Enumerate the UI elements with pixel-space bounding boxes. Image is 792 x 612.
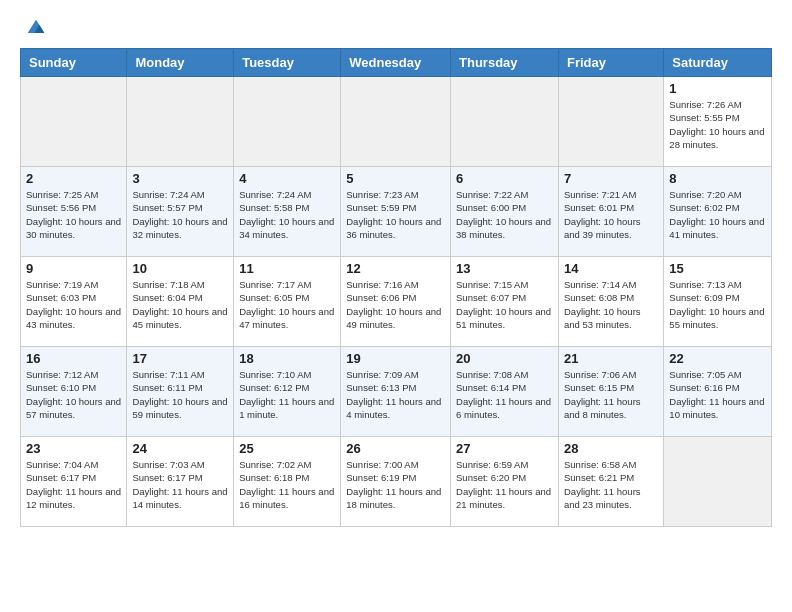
calendar-week-2: 9Sunrise: 7:19 AM Sunset: 6:03 PM Daylig…	[21, 257, 772, 347]
day-number: 8	[669, 171, 766, 186]
calendar-header: SundayMondayTuesdayWednesdayThursdayFrid…	[21, 49, 772, 77]
calendar-cell: 22Sunrise: 7:05 AM Sunset: 6:16 PM Dayli…	[664, 347, 772, 437]
day-info: Sunrise: 7:20 AM Sunset: 6:02 PM Dayligh…	[669, 188, 766, 241]
day-number: 15	[669, 261, 766, 276]
page: SundayMondayTuesdayWednesdayThursdayFrid…	[0, 0, 792, 537]
calendar-cell: 4Sunrise: 7:24 AM Sunset: 5:58 PM Daylig…	[234, 167, 341, 257]
calendar-cell: 21Sunrise: 7:06 AM Sunset: 6:15 PM Dayli…	[558, 347, 663, 437]
calendar-week-3: 16Sunrise: 7:12 AM Sunset: 6:10 PM Dayli…	[21, 347, 772, 437]
day-info: Sunrise: 7:26 AM Sunset: 5:55 PM Dayligh…	[669, 98, 766, 151]
calendar-cell: 7Sunrise: 7:21 AM Sunset: 6:01 PM Daylig…	[558, 167, 663, 257]
day-info: Sunrise: 6:58 AM Sunset: 6:21 PM Dayligh…	[564, 458, 658, 511]
day-info: Sunrise: 7:18 AM Sunset: 6:04 PM Dayligh…	[132, 278, 228, 331]
day-info: Sunrise: 7:11 AM Sunset: 6:11 PM Dayligh…	[132, 368, 228, 421]
day-info: Sunrise: 7:16 AM Sunset: 6:06 PM Dayligh…	[346, 278, 445, 331]
calendar-cell	[558, 77, 663, 167]
calendar-cell: 16Sunrise: 7:12 AM Sunset: 6:10 PM Dayli…	[21, 347, 127, 437]
calendar-table: SundayMondayTuesdayWednesdayThursdayFrid…	[20, 48, 772, 527]
weekday-header-tuesday: Tuesday	[234, 49, 341, 77]
calendar-cell: 25Sunrise: 7:02 AM Sunset: 6:18 PM Dayli…	[234, 437, 341, 527]
weekday-header-monday: Monday	[127, 49, 234, 77]
calendar-cell: 14Sunrise: 7:14 AM Sunset: 6:08 PM Dayli…	[558, 257, 663, 347]
calendar-wrapper: SundayMondayTuesdayWednesdayThursdayFrid…	[0, 48, 792, 537]
calendar-cell	[664, 437, 772, 527]
header	[0, 0, 792, 48]
day-info: Sunrise: 7:10 AM Sunset: 6:12 PM Dayligh…	[239, 368, 335, 421]
weekday-header-sunday: Sunday	[21, 49, 127, 77]
day-info: Sunrise: 7:04 AM Sunset: 6:17 PM Dayligh…	[26, 458, 121, 511]
weekday-header-wednesday: Wednesday	[341, 49, 451, 77]
day-info: Sunrise: 7:14 AM Sunset: 6:08 PM Dayligh…	[564, 278, 658, 331]
day-info: Sunrise: 7:19 AM Sunset: 6:03 PM Dayligh…	[26, 278, 121, 331]
day-number: 7	[564, 171, 658, 186]
day-info: Sunrise: 7:24 AM Sunset: 5:57 PM Dayligh…	[132, 188, 228, 241]
calendar-cell: 23Sunrise: 7:04 AM Sunset: 6:17 PM Dayli…	[21, 437, 127, 527]
calendar-week-0: 1Sunrise: 7:26 AM Sunset: 5:55 PM Daylig…	[21, 77, 772, 167]
day-info: Sunrise: 7:13 AM Sunset: 6:09 PM Dayligh…	[669, 278, 766, 331]
calendar-cell: 15Sunrise: 7:13 AM Sunset: 6:09 PM Dayli…	[664, 257, 772, 347]
calendar-cell	[451, 77, 559, 167]
day-info: Sunrise: 7:17 AM Sunset: 6:05 PM Dayligh…	[239, 278, 335, 331]
day-info: Sunrise: 7:24 AM Sunset: 5:58 PM Dayligh…	[239, 188, 335, 241]
day-number: 9	[26, 261, 121, 276]
day-info: Sunrise: 7:09 AM Sunset: 6:13 PM Dayligh…	[346, 368, 445, 421]
calendar-cell	[341, 77, 451, 167]
calendar-cell	[234, 77, 341, 167]
day-info: Sunrise: 6:59 AM Sunset: 6:20 PM Dayligh…	[456, 458, 553, 511]
day-number: 17	[132, 351, 228, 366]
day-info: Sunrise: 7:05 AM Sunset: 6:16 PM Dayligh…	[669, 368, 766, 421]
calendar-cell: 9Sunrise: 7:19 AM Sunset: 6:03 PM Daylig…	[21, 257, 127, 347]
day-info: Sunrise: 7:00 AM Sunset: 6:19 PM Dayligh…	[346, 458, 445, 511]
logo-icon	[26, 18, 46, 38]
day-number: 10	[132, 261, 228, 276]
day-number: 20	[456, 351, 553, 366]
day-number: 26	[346, 441, 445, 456]
calendar-cell	[127, 77, 234, 167]
day-number: 28	[564, 441, 658, 456]
calendar-cell: 12Sunrise: 7:16 AM Sunset: 6:06 PM Dayli…	[341, 257, 451, 347]
day-number: 21	[564, 351, 658, 366]
day-number: 27	[456, 441, 553, 456]
calendar-week-1: 2Sunrise: 7:25 AM Sunset: 5:56 PM Daylig…	[21, 167, 772, 257]
day-number: 2	[26, 171, 121, 186]
calendar-cell: 18Sunrise: 7:10 AM Sunset: 6:12 PM Dayli…	[234, 347, 341, 437]
calendar-cell: 19Sunrise: 7:09 AM Sunset: 6:13 PM Dayli…	[341, 347, 451, 437]
calendar-cell: 3Sunrise: 7:24 AM Sunset: 5:57 PM Daylig…	[127, 167, 234, 257]
weekday-header-friday: Friday	[558, 49, 663, 77]
calendar-cell: 27Sunrise: 6:59 AM Sunset: 6:20 PM Dayli…	[451, 437, 559, 527]
calendar-cell: 17Sunrise: 7:11 AM Sunset: 6:11 PM Dayli…	[127, 347, 234, 437]
day-number: 12	[346, 261, 445, 276]
calendar-cell: 11Sunrise: 7:17 AM Sunset: 6:05 PM Dayli…	[234, 257, 341, 347]
logo	[24, 18, 46, 38]
calendar-body: 1Sunrise: 7:26 AM Sunset: 5:55 PM Daylig…	[21, 77, 772, 527]
calendar-cell: 26Sunrise: 7:00 AM Sunset: 6:19 PM Dayli…	[341, 437, 451, 527]
weekday-header-row: SundayMondayTuesdayWednesdayThursdayFrid…	[21, 49, 772, 77]
day-number: 1	[669, 81, 766, 96]
calendar-cell: 2Sunrise: 7:25 AM Sunset: 5:56 PM Daylig…	[21, 167, 127, 257]
day-number: 24	[132, 441, 228, 456]
day-info: Sunrise: 7:15 AM Sunset: 6:07 PM Dayligh…	[456, 278, 553, 331]
day-number: 3	[132, 171, 228, 186]
day-number: 18	[239, 351, 335, 366]
day-number: 22	[669, 351, 766, 366]
weekday-header-thursday: Thursday	[451, 49, 559, 77]
day-number: 23	[26, 441, 121, 456]
day-info: Sunrise: 7:23 AM Sunset: 5:59 PM Dayligh…	[346, 188, 445, 241]
calendar-cell: 10Sunrise: 7:18 AM Sunset: 6:04 PM Dayli…	[127, 257, 234, 347]
weekday-header-saturday: Saturday	[664, 49, 772, 77]
day-number: 13	[456, 261, 553, 276]
calendar-cell: 8Sunrise: 7:20 AM Sunset: 6:02 PM Daylig…	[664, 167, 772, 257]
calendar-cell	[21, 77, 127, 167]
calendar-cell: 20Sunrise: 7:08 AM Sunset: 6:14 PM Dayli…	[451, 347, 559, 437]
calendar-cell: 24Sunrise: 7:03 AM Sunset: 6:17 PM Dayli…	[127, 437, 234, 527]
day-number: 25	[239, 441, 335, 456]
day-info: Sunrise: 7:08 AM Sunset: 6:14 PM Dayligh…	[456, 368, 553, 421]
day-number: 6	[456, 171, 553, 186]
day-number: 16	[26, 351, 121, 366]
day-number: 5	[346, 171, 445, 186]
calendar-cell: 6Sunrise: 7:22 AM Sunset: 6:00 PM Daylig…	[451, 167, 559, 257]
day-number: 11	[239, 261, 335, 276]
calendar-cell: 28Sunrise: 6:58 AM Sunset: 6:21 PM Dayli…	[558, 437, 663, 527]
day-number: 4	[239, 171, 335, 186]
day-info: Sunrise: 7:21 AM Sunset: 6:01 PM Dayligh…	[564, 188, 658, 241]
